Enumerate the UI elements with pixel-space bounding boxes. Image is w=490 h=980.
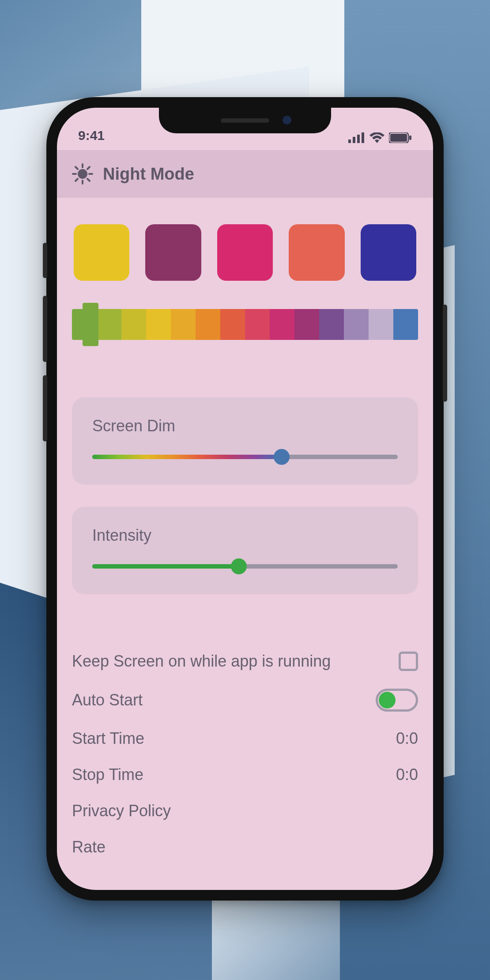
stop-time-label: Stop Time (72, 765, 143, 784)
swatch-indigo[interactable] (361, 224, 416, 281)
intensity-slider[interactable] (92, 562, 398, 570)
screen-dim-slider[interactable] (92, 453, 398, 461)
svg-line-13 (87, 179, 90, 181)
svg-rect-6 (409, 136, 411, 140)
spectrum-segment (171, 309, 196, 340)
svg-rect-1 (353, 137, 355, 143)
phone-frame: 9:41 Night Mode (46, 97, 444, 901)
cellular-icon (348, 132, 365, 143)
app-title: Night Mode (103, 165, 194, 184)
swatch-coral[interactable] (289, 224, 344, 281)
settings-list: Keep Screen on while app is running Auto… (72, 643, 418, 865)
sun-icon (72, 163, 93, 185)
keep-screen-checkbox[interactable] (399, 652, 418, 671)
battery-icon (389, 132, 412, 143)
app-header: Night Mode (57, 150, 433, 198)
spectrum-segment (294, 309, 319, 340)
screen: 9:41 Night Mode (57, 108, 433, 890)
svg-rect-5 (390, 134, 407, 142)
swatch-plum[interactable] (145, 224, 201, 281)
swatch-yellow[interactable] (74, 224, 129, 281)
svg-line-15 (87, 167, 90, 169)
start-time-value: 0:0 (396, 729, 418, 748)
screen-dim-thumb[interactable] (274, 449, 290, 465)
color-swatches (72, 198, 418, 294)
svg-line-14 (75, 179, 78, 181)
svg-line-12 (75, 167, 78, 169)
start-time-row[interactable]: Start Time 0:0 (72, 720, 418, 757)
svg-rect-3 (362, 132, 364, 143)
keep-screen-row[interactable]: Keep Screen on while app is running (72, 643, 418, 680)
screen-dim-card: Screen Dim (72, 397, 418, 485)
spectrum-segment (270, 309, 294, 340)
stop-time-row[interactable]: Stop Time 0:0 (72, 757, 418, 793)
start-time-label: Start Time (72, 729, 144, 748)
swatch-magenta[interactable] (217, 224, 273, 281)
privacy-policy-label: Privacy Policy (72, 802, 171, 820)
screen-dim-label: Screen Dim (92, 417, 398, 435)
rate-row[interactable]: Rate (72, 829, 418, 865)
svg-rect-0 (348, 139, 351, 143)
auto-start-label: Auto Start (72, 691, 143, 709)
spectrum-segment (196, 309, 220, 340)
rate-label: Rate (72, 838, 106, 856)
keep-screen-label: Keep Screen on while app is running (72, 652, 331, 671)
status-time: 9:41 (78, 128, 105, 143)
spectrum-segment (245, 309, 270, 340)
spectrum-segment (319, 309, 344, 340)
spectrum-segment (220, 309, 245, 340)
auto-start-row[interactable]: Auto Start (72, 680, 418, 720)
svg-point-7 (78, 169, 87, 179)
stop-time-value: 0:0 (396, 765, 418, 784)
privacy-policy-row[interactable]: Privacy Policy (72, 793, 418, 829)
spectrum-segment (344, 309, 369, 340)
intensity-thumb[interactable] (231, 558, 247, 574)
spectrum-segment (121, 309, 146, 340)
spectrum-handle[interactable] (83, 303, 98, 346)
intensity-card: Intensity (72, 507, 418, 594)
spectrum-segment (393, 309, 418, 340)
spectrum-segment (369, 309, 393, 340)
wifi-icon (369, 132, 384, 143)
notch (159, 108, 331, 133)
auto-start-toggle[interactable] (376, 689, 418, 712)
spectrum-segment (97, 309, 121, 340)
intensity-label: Intensity (92, 526, 398, 545)
spectrum-segment (146, 309, 171, 340)
spectrum-slider[interactable] (72, 309, 418, 340)
svg-rect-2 (357, 135, 360, 143)
